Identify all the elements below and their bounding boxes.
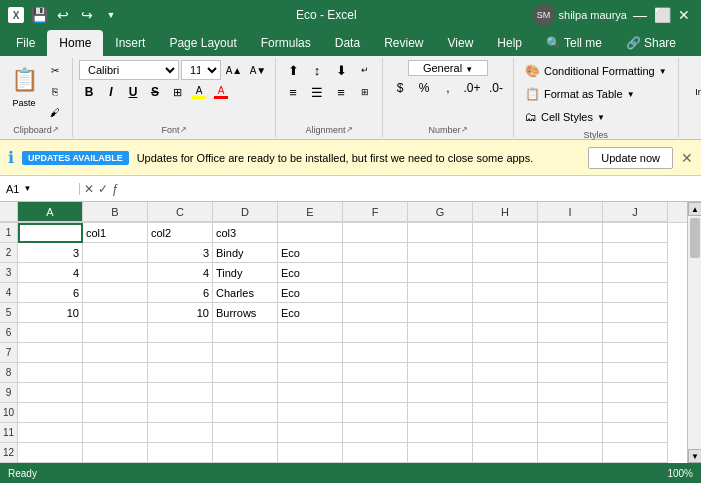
grid-cell[interactable] xyxy=(538,323,603,343)
grid-cell[interactable] xyxy=(538,403,603,423)
grid-cell[interactable] xyxy=(473,263,538,283)
grid-cell[interactable] xyxy=(83,443,148,463)
grid-cell[interactable] xyxy=(278,343,343,363)
align-bottom-button[interactable]: ⬇ xyxy=(330,60,352,80)
col-header-d[interactable]: D xyxy=(213,202,278,222)
cell-ref-dropdown[interactable]: ▼ xyxy=(23,184,31,193)
grid-cell[interactable] xyxy=(343,223,408,243)
grid-cell[interactable] xyxy=(473,403,538,423)
grid-cell[interactable] xyxy=(148,363,213,383)
grid-cell[interactable] xyxy=(538,343,603,363)
confirm-formula-icon[interactable]: ✓ xyxy=(98,182,108,196)
grid-cell[interactable] xyxy=(18,443,83,463)
row-header-5[interactable]: 5 xyxy=(0,303,18,323)
grid-cell[interactable]: Eco xyxy=(278,303,343,323)
row-header-4[interactable]: 4 xyxy=(0,283,18,303)
grid-cell[interactable] xyxy=(18,343,83,363)
scroll-track[interactable] xyxy=(688,216,701,449)
grid-cell[interactable] xyxy=(213,383,278,403)
underline-button[interactable]: U xyxy=(123,82,143,102)
grid-cell[interactable]: Eco xyxy=(278,283,343,303)
vertical-scrollbar[interactable]: ▲ ▼ xyxy=(687,202,701,463)
grid-cell[interactable] xyxy=(213,343,278,363)
grid-cell[interactable] xyxy=(83,423,148,443)
col-header-i[interactable]: I xyxy=(538,202,603,222)
grid-cell[interactable]: 10 xyxy=(148,303,213,323)
formula-input[interactable] xyxy=(123,176,701,201)
grid-cell[interactable] xyxy=(408,223,473,243)
number-expand-icon[interactable]: ↗ xyxy=(461,125,468,134)
grid-cell[interactable] xyxy=(18,323,83,343)
grid-cell[interactable]: 3 xyxy=(148,243,213,263)
format-table-button[interactable]: 📋 Format as Table ▼ xyxy=(520,83,640,105)
col-header-f[interactable]: F xyxy=(343,202,408,222)
grid-cell[interactable]: 6 xyxy=(18,283,83,303)
italic-button[interactable]: I xyxy=(101,82,121,102)
row-header-7[interactable]: 7 xyxy=(0,343,18,363)
undo-icon[interactable]: ↩ xyxy=(54,6,72,24)
grid-cell[interactable] xyxy=(278,383,343,403)
user-profile[interactable]: SM shilpa maurya xyxy=(533,4,627,26)
scroll-thumb[interactable] xyxy=(690,218,700,258)
grid-cell[interactable]: Burrows xyxy=(213,303,278,323)
borders-button[interactable]: ⊞ xyxy=(167,82,187,102)
row-header-1[interactable]: 1 xyxy=(0,223,18,243)
tab-file[interactable]: File xyxy=(4,30,47,56)
font-expand-icon[interactable]: ↗ xyxy=(180,125,187,134)
grid-cell[interactable] xyxy=(473,243,538,263)
grid-cell[interactable] xyxy=(343,263,408,283)
fill-color-button[interactable]: A xyxy=(189,82,209,102)
col-header-b[interactable]: B xyxy=(83,202,148,222)
grid-cell[interactable] xyxy=(343,243,408,263)
decrease-decimal-button[interactable]: .0- xyxy=(485,78,507,98)
col-header-e[interactable]: E xyxy=(278,202,343,222)
tab-help[interactable]: Help xyxy=(485,30,534,56)
grid-cell[interactable]: Eco xyxy=(278,243,343,263)
font-family-select[interactable]: Calibri xyxy=(79,60,179,80)
cell-reference-box[interactable]: A1 ▼ xyxy=(0,183,80,195)
grid-cell[interactable] xyxy=(538,223,603,243)
format-painter-button[interactable]: 🖌 xyxy=(44,102,66,122)
grid-cell[interactable]: col1 xyxy=(83,223,148,243)
clipboard-expand-icon[interactable]: ↗ xyxy=(52,125,59,134)
decrease-font-button[interactable]: A▼ xyxy=(247,60,269,80)
number-format-display[interactable]: General ▼ xyxy=(408,60,488,76)
grid-cell[interactable] xyxy=(408,283,473,303)
grid-cell[interactable] xyxy=(473,303,538,323)
grid-cell[interactable] xyxy=(603,223,668,243)
grid-cell[interactable]: 4 xyxy=(148,263,213,283)
grid-cell[interactable] xyxy=(18,223,83,243)
copy-button[interactable]: ⎘ xyxy=(44,81,66,101)
grid-cell[interactable] xyxy=(343,303,408,323)
conditional-formatting-button[interactable]: 🎨 Conditional Formatting ▼ xyxy=(520,60,672,82)
close-update-button[interactable]: ✕ xyxy=(681,150,693,166)
col-header-c[interactable]: C xyxy=(148,202,213,222)
redo-icon[interactable]: ↪ xyxy=(78,6,96,24)
grid-cell[interactable] xyxy=(278,403,343,423)
restore-button[interactable]: ⬜ xyxy=(653,6,671,24)
insert-cells-button[interactable]: ➕ Insert xyxy=(685,60,701,112)
grid-cell[interactable] xyxy=(148,323,213,343)
tab-share[interactable]: 🔗 Share xyxy=(614,30,688,56)
tab-page-layout[interactable]: Page Layout xyxy=(157,30,248,56)
grid-cell[interactable] xyxy=(473,383,538,403)
tab-formulas[interactable]: Formulas xyxy=(249,30,323,56)
grid-cell[interactable] xyxy=(18,363,83,383)
grid-cell[interactable] xyxy=(148,403,213,423)
font-color-button[interactable]: A xyxy=(211,82,231,102)
row-header-12[interactable]: 12 xyxy=(0,443,18,463)
grid-cell[interactable] xyxy=(343,283,408,303)
alignment-expand-icon[interactable]: ↗ xyxy=(346,125,353,134)
grid-cell[interactable] xyxy=(83,263,148,283)
grid-cell[interactable] xyxy=(603,343,668,363)
row-header-8[interactable]: 8 xyxy=(0,363,18,383)
grid-cell[interactable] xyxy=(408,443,473,463)
grid-cell[interactable] xyxy=(278,323,343,343)
grid-cell[interactable] xyxy=(148,423,213,443)
grid-cell[interactable] xyxy=(213,423,278,443)
align-right-button[interactable]: ≡ xyxy=(330,82,352,102)
grid-cell[interactable] xyxy=(83,283,148,303)
font-size-select[interactable]: 11 xyxy=(181,60,221,80)
grid-cell[interactable]: col2 xyxy=(148,223,213,243)
tab-home[interactable]: Home xyxy=(47,30,103,56)
